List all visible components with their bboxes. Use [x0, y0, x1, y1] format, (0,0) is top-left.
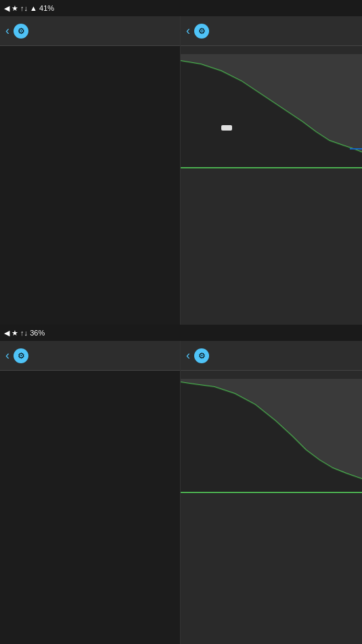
- bottom-chart-svg: [181, 379, 362, 494]
- bottom-notification-icons-1: ◀ ★ ↑↓ 36%: [4, 329, 45, 338]
- top-chart-area: [181, 54, 362, 169]
- notification-icons: ◀ ★: [4, 4, 18, 13]
- top-legend: [181, 169, 362, 176]
- top-tooltip: [221, 125, 232, 131]
- bottom-chart-area: [181, 379, 362, 494]
- top-left-subheader: [0, 46, 180, 54]
- bottom-left-gear-icon: ⚙: [14, 348, 28, 363]
- status-left: ◀ ★ ↑↓ ▲ 41%: [4, 4, 54, 13]
- bottom-right-header: ‹ ⚙: [181, 341, 362, 371]
- top-right-subheader: [181, 46, 362, 54]
- bottom-legend: [181, 494, 362, 501]
- bottom-split-container: ‹ ⚙ ‹ ⚙: [0, 341, 362, 644]
- bottom-status-bar-1: ◀ ★ ↑↓ 36%: [0, 325, 362, 341]
- top-right-header: ‹ ⚙: [181, 16, 362, 46]
- top-chart-panel: ‹ ⚙: [181, 16, 362, 325]
- top-left-back-button[interactable]: ‹: [5, 24, 9, 38]
- bottom-left-subheader: [0, 375, 180, 383]
- top-split-container: ‹ ⚙ ‹ ⚙: [0, 16, 362, 325]
- top-left-gear-icon: ⚙: [14, 24, 28, 39]
- bottom-right-gear-icon: ⚙: [194, 348, 209, 363]
- signal-icons: ↑↓ ▲ 41%: [20, 4, 54, 12]
- bottom-left-header: ‹ ⚙: [0, 341, 180, 371]
- bottom-battery-list-panel: ‹ ⚙: [0, 341, 181, 644]
- bottom-left-back-button[interactable]: ‹: [5, 348, 9, 363]
- bottom-chart-panel: ‹ ⚙: [181, 341, 362, 644]
- top-right-gear-icon: ⚙: [194, 24, 209, 39]
- bottom-right-subheader: [181, 371, 362, 379]
- top-chart-svg: [181, 54, 362, 169]
- bottom-status-left-1: ◀ ★ ↑↓ 36%: [4, 329, 45, 338]
- top-left-header: ‹ ⚙: [0, 16, 180, 46]
- top-status-bar: ◀ ★ ↑↓ ▲ 41%: [0, 0, 362, 16]
- top-battery-list-panel: ‹ ⚙: [0, 16, 181, 325]
- bottom-right-back-button[interactable]: ‹: [186, 348, 190, 363]
- top-right-back-button[interactable]: ‹: [186, 24, 190, 38]
